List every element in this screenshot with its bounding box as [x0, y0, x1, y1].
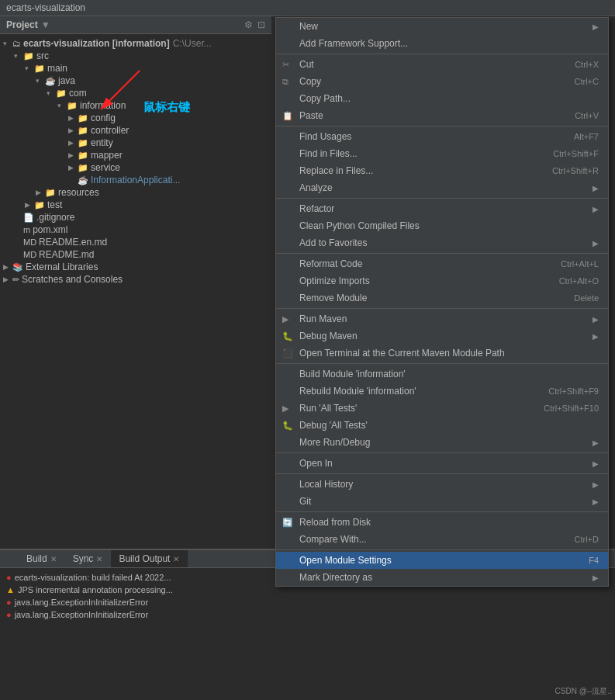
- tab-close-icon[interactable]: ✕: [96, 555, 102, 563]
- menu-item-shortcut: Ctrl+Shift+F9: [548, 386, 599, 396]
- menu-item-run-tests[interactable]: ▶Run 'All Tests'Ctrl+Shift+F10: [276, 400, 608, 417]
- tree-icon: 📁: [78, 151, 88, 161]
- tree-icon: 📄: [23, 213, 34, 223]
- tree-item-service[interactable]: ▶📁service: [0, 161, 271, 174]
- menu-item-cut[interactable]: ✂CutCtrl+X: [276, 56, 608, 73]
- build-item-text: java.lang.ExceptionInInitializerError: [15, 610, 148, 619]
- menu-item-new[interactable]: New▶: [276, 18, 608, 35]
- settings-icon[interactable]: ⚙: [244, 19, 253, 30]
- build-item-text: ecarts-visualization: build failed At 20…: [15, 573, 171, 582]
- menu-item-optimize-imports[interactable]: Optimize ImportsCtrl+Alt+O: [276, 272, 608, 289]
- menu-item-remove-module[interactable]: Remove ModuleDelete: [276, 289, 608, 307]
- build-item-b3[interactable]: ●java.lang.ExceptionInInitializerError: [6, 596, 609, 608]
- build-item-b4[interactable]: ●java.lang.ExceptionInInitializerError: [6, 608, 609, 621]
- tree-item-test[interactable]: ▶📁test: [0, 199, 271, 211]
- bottom-tab-sync[interactable]: Sync✕: [65, 550, 112, 567]
- tree-item-config[interactable]: ▶📁config: [0, 112, 271, 124]
- bottom-tab-build[interactable]: Build✕: [19, 550, 65, 567]
- tree-arrow: ▶: [25, 201, 34, 209]
- tree-item-resources[interactable]: ▶📁resources: [0, 186, 271, 199]
- tree-item-com[interactable]: ▾📁com: [0, 87, 271, 99]
- tree-icon: ✏: [12, 275, 19, 285]
- menu-item-label: Open In: [299, 458, 586, 469]
- menu-item-open-in[interactable]: Open In▶: [276, 455, 608, 472]
- tree-icon: ☕: [78, 175, 88, 185]
- menu-item-find-usages[interactable]: Find UsagesAlt+F7: [276, 128, 608, 145]
- tree-item-mapper[interactable]: ▶📁mapper: [0, 149, 271, 161]
- menu-item-open-terminal[interactable]: ⬛Open Terminal at the Current Maven Modu…: [276, 345, 608, 362]
- tree-label: com: [69, 88, 87, 99]
- menu-item-label: Remove Module: [299, 293, 558, 303]
- tree-item-InformationApplication[interactable]: ☕InformationApplicati...: [0, 174, 271, 186]
- panel-title: Project: [6, 19, 38, 30]
- menu-item-label: Add to Favorites: [299, 237, 586, 248]
- menu-item-label: Find in Files...: [299, 148, 537, 159]
- app-title: ecarts-visualization: [6, 2, 85, 13]
- menu-item-find-files[interactable]: Find in Files...Ctrl+Shift+F: [276, 145, 608, 162]
- menu-item-reload-disk[interactable]: 🔄Reload from Disk: [276, 514, 608, 531]
- menu-item-submenu-arrow: ▶: [593, 459, 599, 468]
- menu-item-clean-python[interactable]: Clean Python Compiled Files: [276, 217, 608, 234]
- menu-item-label: Copy: [299, 76, 559, 87]
- warn-icon: ▲: [6, 585, 15, 594]
- tree-label: README.en.md: [39, 237, 107, 248]
- menu-item-shortcut: Ctrl+Alt+O: [559, 276, 599, 286]
- menu-item-git[interactable]: Git▶: [276, 493, 608, 510]
- menu-item-replace-files[interactable]: Replace in Files...Ctrl+Shift+R: [276, 162, 608, 179]
- menu-item-label: Run Maven: [299, 314, 586, 324]
- menu-item-add-favorites[interactable]: Add to Favorites▶: [276, 234, 608, 251]
- menu-item-local-history[interactable]: Local History▶: [276, 476, 608, 493]
- tree-label: .gitignore: [36, 212, 74, 223]
- menu-item-copy[interactable]: ⧉CopyCtrl+C: [276, 73, 608, 90]
- tree-item-entity[interactable]: ▶📁entity: [0, 137, 271, 149]
- tree-label: information: [80, 100, 126, 111]
- menu-item-build-module[interactable]: Build Module 'information': [276, 366, 608, 383]
- menu-item-add-framework[interactable]: Add Framework Support...: [276, 35, 608, 52]
- menu-item-compare-with[interactable]: Compare With...Ctrl+D: [276, 531, 608, 548]
- tree-item-java[interactable]: ▾☕java: [0, 75, 271, 87]
- menu-item-shortcut: Ctrl+C: [575, 77, 599, 86]
- menu-separator: [276, 363, 608, 364]
- menu-item-open-module-settings[interactable]: Open Module SettingsF4: [276, 552, 608, 569]
- menu-item-run-maven[interactable]: ▶Run Maven▶: [276, 310, 608, 327]
- menu-item-paste[interactable]: 📋PasteCtrl+V: [276, 107, 608, 124]
- error-icon: ●: [6, 610, 12, 619]
- tree-item-main[interactable]: ▾📁main: [0, 62, 271, 75]
- tree-item-pom[interactable]: mpom.xml: [0, 224, 271, 236]
- tree-item-readme-en[interactable]: MDREADME.en.md: [0, 236, 271, 248]
- menu-separator: [276, 511, 608, 512]
- tree-item-root[interactable]: ▾🗂ecarts-visualization [information]C:\U…: [0, 37, 271, 50]
- menu-item-label: Compare With...: [299, 534, 559, 545]
- tree-arrow: ▾: [36, 77, 45, 85]
- tree-label: test: [47, 199, 62, 210]
- menu-item-shortcut: F4: [589, 556, 599, 565]
- menu-item-more-run-debug[interactable]: More Run/Debug▶: [276, 434, 608, 451]
- menu-item-reformat[interactable]: Reformat CodeCtrl+Alt+L: [276, 255, 608, 272]
- tree-label: resources: [58, 187, 99, 198]
- tree-icon: 📁: [78, 163, 88, 173]
- tab-close-icon[interactable]: ✕: [173, 555, 179, 563]
- tree-item-information[interactable]: ▾📁information: [0, 99, 271, 112]
- menu-item-label: Run 'All Tests': [299, 403, 528, 414]
- tree-icon: MD: [23, 250, 36, 259]
- panel-dropdown[interactable]: ▼: [41, 19, 50, 30]
- tree-item-external-libs[interactable]: ▶📚External Libraries: [0, 261, 271, 273]
- menu-item-refactor[interactable]: Refactor▶: [276, 200, 608, 217]
- expand-icon[interactable]: ⊡: [257, 19, 265, 30]
- menu-item-debug-tests[interactable]: 🐛Debug 'All Tests': [276, 417, 608, 434]
- tree-item-readme[interactable]: MDREADME.md: [0, 248, 271, 261]
- bottom-tab-build-output[interactable]: Build Output✕: [111, 550, 188, 567]
- tree-label: InformationApplicati...: [91, 175, 180, 185]
- tree-item-gitignore[interactable]: 📄.gitignore: [0, 211, 271, 224]
- tree-item-scratches[interactable]: ▶✏Scratches and Consoles: [0, 273, 271, 286]
- menu-item-debug-maven[interactable]: 🐛Debug Maven▶: [276, 327, 608, 345]
- menu-item-rebuild-module[interactable]: Rebuild Module 'information'Ctrl+Shift+F…: [276, 383, 608, 400]
- menu-item-analyze[interactable]: Analyze▶: [276, 179, 608, 196]
- tree-arrow: ▶: [68, 126, 78, 134]
- menu-item-label: Reformat Code: [299, 258, 545, 269]
- menu-item-mark-directory[interactable]: Mark Directory as▶: [276, 569, 608, 586]
- tree-item-controller[interactable]: ▶📁controller: [0, 124, 271, 137]
- tree-item-src[interactable]: ▾📁src: [0, 50, 271, 62]
- menu-item-copy-path[interactable]: Copy Path...: [276, 90, 608, 107]
- tab-close-icon[interactable]: ✕: [50, 555, 57, 563]
